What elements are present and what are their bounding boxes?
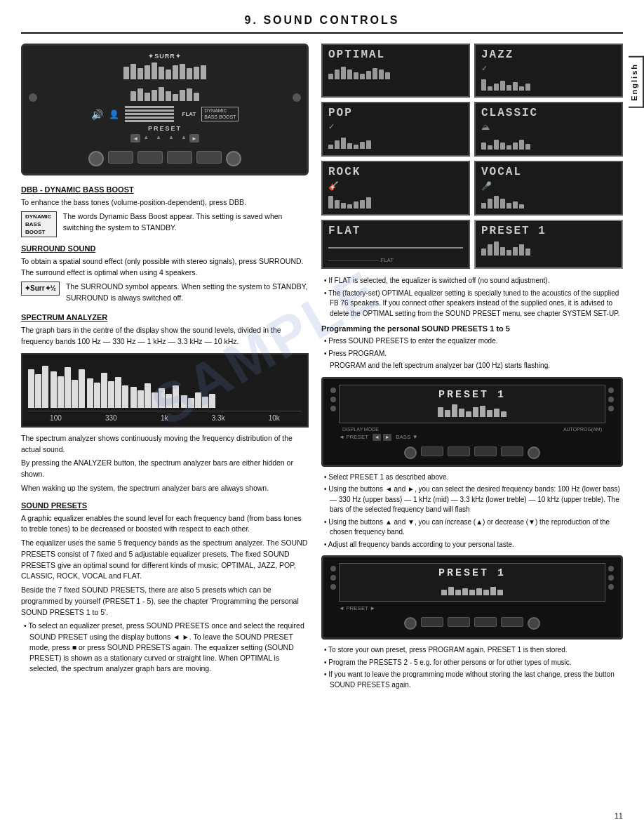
prog-dot2-r bbox=[608, 575, 614, 581]
prog-preset-label: ◄ PRESET bbox=[339, 434, 368, 440]
prog-bullet6: Using the buttons ▲ and ▼, you can incre… bbox=[321, 517, 623, 538]
spec-bar bbox=[130, 387, 137, 408]
preset-eq-jazz bbox=[481, 75, 616, 91]
prog-btn-3[interactable] bbox=[474, 446, 497, 456]
prog-preset-title-1: PRESET 1 bbox=[343, 389, 601, 401]
device-bass-boost-line2: BASS BOOST bbox=[204, 114, 236, 120]
prog-bullet5: Using the buttons ◄ and ►, you can selec… bbox=[321, 484, 623, 515]
preset-eq-optimal bbox=[328, 64, 463, 79]
prog-right-arrow[interactable]: ► bbox=[383, 434, 391, 441]
prog-knob-left[interactable] bbox=[404, 446, 417, 459]
spec-bar bbox=[181, 395, 187, 408]
device-preset-label: PRESET bbox=[148, 125, 182, 132]
preset-name-pop: POP bbox=[328, 107, 463, 119]
prog-bullet1: Press SOUND PRESETS to enter the equaliz… bbox=[321, 336, 623, 347]
prog-eq-1 bbox=[343, 403, 601, 417]
device-btn-1[interactable] bbox=[108, 151, 133, 164]
prog-dot bbox=[330, 406, 336, 411]
spec-bar bbox=[195, 392, 201, 408]
spec-bar bbox=[28, 369, 34, 408]
prog-preset-row-1: ◄ PRESET ◄ ► BASS ▼ bbox=[339, 434, 605, 441]
classic-mountain-icon: ⛰ bbox=[481, 122, 490, 132]
prog-btns-2 bbox=[404, 617, 540, 630]
spec-bar bbox=[202, 397, 208, 408]
prog-device-screen-2: PRESET 1 bbox=[339, 563, 605, 602]
dbb-text: To enhance the bass tones (volume-positi… bbox=[21, 197, 309, 208]
spectrum-display: 100 330 1k 3.3k 10k bbox=[21, 353, 309, 428]
prog-knob-right[interactable] bbox=[528, 446, 540, 459]
preset-name-classic: CLASSIC bbox=[481, 107, 616, 119]
device-knob-right[interactable] bbox=[226, 151, 241, 166]
left-arrow-btn[interactable]: ◄ bbox=[130, 134, 140, 143]
prog-dot bbox=[330, 388, 336, 393]
device-btn-4[interactable] bbox=[196, 151, 222, 164]
right-notes: If FLAT is selected, the equalizer is sw… bbox=[321, 276, 623, 319]
preset-eq-pop bbox=[328, 133, 463, 149]
prog-btn2-4[interactable] bbox=[501, 617, 523, 627]
pop-tick: ✓ bbox=[328, 122, 335, 131]
preset-card-jazz: JAZZ ✓ bbox=[474, 44, 623, 98]
prog-bullet2: Press PROGRAM. bbox=[321, 349, 623, 359]
prog-left-arrow[interactable]: ◄ bbox=[373, 434, 381, 441]
spec-label-33k: 3.3k bbox=[212, 414, 225, 422]
spectrum-body2: The spectrum analyzer shows continuously… bbox=[21, 433, 309, 494]
prog-btn2-3[interactable] bbox=[474, 617, 497, 627]
prog-preset-row-2: ◄ PRESET ► bbox=[339, 605, 605, 611]
spec-bar bbox=[51, 371, 57, 408]
spec-label-100: 100 bbox=[50, 414, 62, 422]
surround-text: To obtain a spatial sound effect (only p… bbox=[21, 256, 309, 279]
page: SAMPLE English 9. SOUND CONTROLS ✦SURR✦ bbox=[0, 0, 644, 834]
presets-text2: The equalizer uses the same 5 frequency … bbox=[21, 538, 309, 582]
prog-dot2 bbox=[330, 575, 336, 581]
spec-bar bbox=[209, 394, 215, 408]
spec-bar bbox=[137, 390, 144, 408]
prog-dot2-r bbox=[608, 566, 614, 571]
preset-name-vocal: VOCAL bbox=[481, 166, 616, 178]
main-content: ✦SURR✦ bbox=[21, 44, 623, 696]
right-note1: If FLAT is selected, the equalizer is sw… bbox=[321, 276, 623, 286]
preset-card-preset1: PRESET 1 bbox=[474, 220, 623, 269]
preset-card-pop: POP ✓ bbox=[321, 102, 470, 157]
surround-badge-text: The SURROUND symbol appears. When settin… bbox=[66, 282, 309, 304]
spec-bar bbox=[58, 376, 64, 408]
right-arrow-btn[interactable]: ► bbox=[189, 134, 199, 143]
person-icon: 👤 bbox=[109, 110, 119, 119]
device-btn-3[interactable] bbox=[167, 151, 192, 164]
spec-group-10khz bbox=[181, 392, 215, 408]
prog-btn-2[interactable] bbox=[448, 446, 470, 456]
preset-card-vocal: VOCAL 🎤 bbox=[474, 161, 623, 216]
prog-bass-label: BASS ▼ bbox=[396, 434, 417, 440]
preset-card-flat: FLAT ————————— FLAT bbox=[321, 220, 470, 269]
spec-bar bbox=[108, 381, 114, 408]
right-note2: The (factory-set) OPTIMAL equalizer sett… bbox=[321, 289, 623, 319]
prog-btn2-1[interactable] bbox=[421, 617, 443, 627]
prog-btn2-2[interactable] bbox=[448, 617, 470, 627]
preset-name-flat: FLAT bbox=[328, 225, 463, 237]
spec-bar bbox=[188, 398, 194, 408]
prog-bullet4: Select PRESET 1 as described above. bbox=[321, 472, 623, 483]
dbb-body: To enhance the bass tones (volume-positi… bbox=[21, 197, 309, 237]
preset-name-rock: ROCK bbox=[328, 166, 463, 178]
preset-name-optimal: OPTIMAL bbox=[328, 48, 463, 61]
prog-btn-1[interactable] bbox=[421, 446, 443, 456]
left-column: ✦SURR✦ bbox=[21, 44, 309, 696]
spec-bar bbox=[122, 385, 128, 408]
prog-dot-r bbox=[608, 388, 614, 393]
speaker-icon: 🔊 bbox=[91, 109, 103, 120]
prog-bullet10: If you want to leave the programming mod… bbox=[321, 670, 623, 690]
prog-bullet8: To store your own preset, press PROGRAM … bbox=[321, 645, 623, 656]
prog-knob-right-2[interactable] bbox=[528, 617, 540, 630]
prog-knob-left-2[interactable] bbox=[404, 617, 417, 630]
surround-badge: ✦Surr✦½ bbox=[21, 282, 60, 296]
spec-group-1khz bbox=[87, 373, 128, 408]
spectrum-text4: When waking up the system, the spectrum … bbox=[21, 483, 309, 494]
device-btn-2[interactable] bbox=[137, 151, 163, 164]
prog-dot2 bbox=[330, 566, 336, 571]
prog-btn-4[interactable] bbox=[501, 446, 523, 456]
prog-label-autoprog: AUTOPROG(AM) bbox=[563, 427, 602, 432]
eq-bars-top bbox=[123, 60, 206, 79]
programming-title: Programming the personal SOUND PRESETS 1… bbox=[321, 324, 623, 333]
preset-card-optimal: OPTIMAL bbox=[321, 44, 470, 98]
device-knob-left[interactable] bbox=[88, 151, 104, 166]
programming-bullets-final: To store your own preset, press PROGRAM … bbox=[321, 645, 623, 690]
